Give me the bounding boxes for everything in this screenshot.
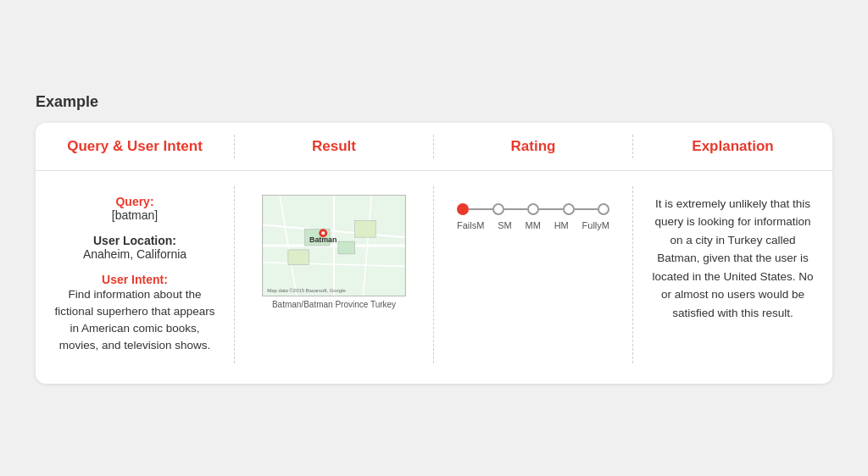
rating-dot-2 [527, 203, 539, 215]
rating-label-sm: SM [498, 220, 512, 230]
rating-label-failsm: FailsM [457, 220, 484, 230]
svg-point-13 [321, 231, 325, 235]
explanation-text: It is extremely unlikely that this query… [648, 195, 817, 323]
map-image: Batman Map data ©2015 Basarsoft, Google [262, 195, 406, 296]
rating-cell: FailsM SM MM HM FullyM [434, 186, 633, 363]
user-location-label: User Location: [51, 234, 219, 247]
query-label: Query: [51, 195, 219, 208]
rating-line-2 [539, 208, 563, 210]
svg-rect-9 [288, 249, 309, 264]
rating-dot-4 [598, 203, 609, 215]
header-explanation: Explanation [633, 135, 832, 158]
svg-text:Map data ©2015 Basarsoft, Goog: Map data ©2015 Basarsoft, Google [267, 288, 346, 293]
svg-rect-10 [355, 220, 376, 237]
rating-line-1 [504, 208, 528, 210]
rating-label-fullym: FullyM [582, 220, 609, 230]
user-location-value: Anaheim, California [51, 247, 219, 261]
map-container: Batman Map data ©2015 Basarsoft, Google … [250, 195, 418, 309]
result-cell: Batman Map data ©2015 Basarsoft, Google … [235, 186, 434, 363]
header-query-user-intent: Query & User Intent [36, 135, 235, 158]
content-row: Query: [batman] User Location: Anaheim, … [36, 171, 832, 384]
rating-line-3 [575, 208, 598, 210]
map-svg: Batman Map data ©2015 Basarsoft, Google [263, 196, 405, 296]
header-result: Result [235, 135, 434, 158]
query-user-intent-cell: Query: [batman] User Location: Anaheim, … [36, 186, 235, 363]
rating-dot-0 [457, 203, 469, 215]
user-intent-text: Find information about the fictional sup… [51, 286, 219, 355]
rating-label-hm: HM [554, 220, 569, 230]
page-title: Example [36, 93, 832, 111]
rating-line-0 [469, 208, 492, 210]
rating-dot-1 [492, 203, 504, 215]
query-value: [batman] [51, 208, 219, 222]
rating-track [457, 203, 609, 215]
map-caption: Batman/Batman Province Turkey [272, 300, 396, 309]
rating-label-mm: MM [526, 220, 541, 230]
rating-dot-3 [563, 203, 575, 215]
svg-rect-8 [338, 241, 355, 254]
header-rating: Rating [434, 135, 633, 158]
header-row: Query & User Intent Result Rating Explan… [36, 123, 832, 171]
page-container: Example Query & User Intent Result Ratin… [10, 76, 858, 401]
rating-labels: FailsM SM MM HM FullyM [457, 220, 609, 230]
rating-container: FailsM SM MM HM FullyM [449, 195, 617, 230]
user-intent-label: User Intent: [51, 273, 219, 286]
main-card: Query & User Intent Result Rating Explan… [36, 123, 832, 384]
explanation-cell: It is extremely unlikely that this query… [633, 186, 832, 363]
